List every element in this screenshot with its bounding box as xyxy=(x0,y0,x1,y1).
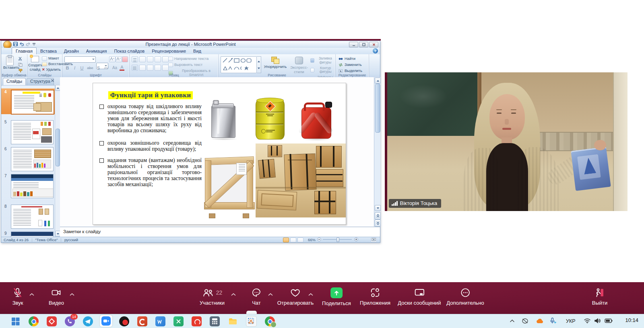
align-center-button[interactable] xyxy=(139,65,146,71)
clock[interactable]: 10:14 xyxy=(625,317,638,323)
participants-options-chevron[interactable] xyxy=(231,293,236,296)
language-status[interactable]: русский xyxy=(64,238,78,242)
scroll-down-button[interactable] xyxy=(375,205,381,211)
audio-button[interactable]: Звук xyxy=(12,287,23,306)
chrome-profile-icon[interactable] xyxy=(265,316,275,326)
more-button[interactable]: Дополнительно xyxy=(446,287,484,306)
minimize-button[interactable] xyxy=(349,42,358,47)
tab-home[interactable]: Главная xyxy=(12,47,37,54)
snipping-tool-icon[interactable] xyxy=(246,316,257,327)
panel-tab-outline[interactable]: Структура xyxy=(27,78,54,85)
paste-button[interactable]: Вставить xyxy=(3,56,16,70)
zoom-out-button[interactable] xyxy=(317,237,321,242)
word-icon[interactable] xyxy=(155,316,165,326)
tab-view[interactable]: Вид xyxy=(190,48,205,54)
tab-review[interactable]: Рецензирование xyxy=(148,48,190,54)
battery-icon[interactable] xyxy=(605,318,613,323)
zoom-slider[interactable] xyxy=(323,239,352,240)
excel-icon[interactable] xyxy=(173,316,184,326)
chrome-icon[interactable] xyxy=(29,316,39,326)
whiteboards-button[interactable]: Доски сообщений xyxy=(398,287,441,306)
slide-thumbnail-6[interactable]: 6 xyxy=(1,146,55,171)
share-screen-button[interactable]: Поделиться xyxy=(322,287,351,306)
react-button[interactable]: Отреагировать xyxy=(277,287,314,306)
shapes-gallery[interactable] xyxy=(221,56,257,73)
tab-slideshow[interactable]: Показ слайдов xyxy=(110,48,148,54)
zoom-app-icon[interactable] xyxy=(100,315,112,327)
slide-thumbnail-9[interactable]: 9 xyxy=(1,230,55,237)
slide-thumbnail-7[interactable]: 7 xyxy=(1,173,55,198)
save-icon[interactable] xyxy=(13,42,18,46)
language-indicator[interactable]: УКР xyxy=(566,318,576,324)
zoom-level[interactable]: 66% xyxy=(308,238,316,242)
telegram-icon[interactable] xyxy=(83,316,93,326)
undo-icon[interactable] xyxy=(19,42,24,46)
text-direction-button[interactable]: Направление текста xyxy=(168,57,218,61)
microphone-tray-icon[interactable] xyxy=(550,318,557,324)
video-button[interactable]: Видео xyxy=(49,287,64,306)
ppt-titlebar[interactable]: Презентація до лекції - Microsoft PowerP… xyxy=(1,41,380,48)
slide-thumbnail-8[interactable]: 8 xyxy=(1,203,55,228)
fit-to-window-button[interactable] xyxy=(371,238,377,242)
shapes-scroll-up[interactable] xyxy=(258,59,260,62)
change-case-button[interactable]: Aa xyxy=(111,66,118,70)
decrease-indent-button[interactable] xyxy=(147,56,153,62)
align-left-button[interactable] xyxy=(132,65,138,71)
tab-design[interactable]: Дизайн xyxy=(60,48,83,54)
bullets-button[interactable] xyxy=(132,56,138,62)
line-spacing-button[interactable] xyxy=(162,56,169,62)
red-app-icon[interactable] xyxy=(47,316,57,326)
wifi-icon[interactable] xyxy=(584,318,591,324)
shapes-scroll-down[interactable] xyxy=(258,68,260,70)
format-painter-icon[interactable] xyxy=(18,69,23,73)
powerpoint-icon[interactable] xyxy=(137,316,147,326)
panel-scrollbar[interactable] xyxy=(55,84,60,237)
increase-indent-button[interactable] xyxy=(155,56,161,62)
audio-options-chevron[interactable] xyxy=(29,293,34,296)
quick-styles-button[interactable]: Экспресс-стили xyxy=(288,57,310,74)
slideshow-view-button[interactable] xyxy=(297,238,303,242)
panel-scrollbar-thumb[interactable] xyxy=(56,129,60,166)
char-spacing-button[interactable]: AV xyxy=(103,66,110,70)
previous-slide-button[interactable] xyxy=(375,212,381,219)
copy-icon[interactable] xyxy=(18,63,23,67)
tab-insert[interactable]: Вставка xyxy=(37,48,60,54)
folder-icon[interactable] xyxy=(228,316,238,326)
maximize-button[interactable] xyxy=(359,42,368,47)
video-options-chevron[interactable] xyxy=(70,293,74,296)
webcam-tile[interactable]: Вікторія Тоцька xyxy=(385,72,627,211)
calculator-icon[interactable] xyxy=(210,316,220,326)
close-button[interactable] xyxy=(369,42,378,47)
find-button[interactable]: Найти xyxy=(339,57,362,61)
replace-button[interactable]: Заменить xyxy=(339,63,362,67)
cut-icon[interactable] xyxy=(18,57,23,61)
font-color-button[interactable]: A xyxy=(120,65,124,71)
panel-close-icon[interactable] xyxy=(51,79,54,82)
italic-button[interactable]: I xyxy=(72,66,78,70)
underline-button[interactable]: U xyxy=(79,66,85,70)
recorder-icon[interactable] xyxy=(119,316,129,326)
next-slide-button[interactable] xyxy=(375,219,381,227)
chat-button[interactable]: Чат xyxy=(251,287,262,306)
panel-tab-slides[interactable]: Слайды xyxy=(3,78,26,85)
arrange-button[interactable]: Упорядочить xyxy=(264,57,287,69)
main-scrollbar[interactable] xyxy=(374,77,380,227)
slide-sorter-view-button[interactable] xyxy=(290,238,296,242)
participants-button[interactable]: 22 Участники xyxy=(200,287,225,306)
new-slide-button[interactable]: Создать слайд xyxy=(28,56,42,72)
slide-thumbnail-4[interactable]: 4 xyxy=(1,88,55,114)
grow-font-button[interactable] xyxy=(109,56,116,62)
select-button[interactable]: Выделить xyxy=(339,69,362,73)
shrink-font-button[interactable] xyxy=(116,56,122,62)
zoom-in-button[interactable] xyxy=(354,237,358,242)
redo-icon[interactable] xyxy=(26,42,31,46)
react-options-chevron[interactable] xyxy=(308,293,313,296)
align-text-button[interactable]: Выровнять текст xyxy=(168,63,218,67)
leave-button[interactable]: Выйти xyxy=(592,287,608,306)
tab-animation[interactable]: Анимация xyxy=(83,48,111,54)
slide-thumbnail-5[interactable]: 5 xyxy=(1,119,55,144)
main-scrollbar-thumb[interactable] xyxy=(375,84,380,133)
cloud-app-icon[interactable] xyxy=(536,319,544,324)
help-button[interactable]: ? xyxy=(373,48,378,53)
strikethrough-button[interactable]: abe xyxy=(86,66,94,70)
